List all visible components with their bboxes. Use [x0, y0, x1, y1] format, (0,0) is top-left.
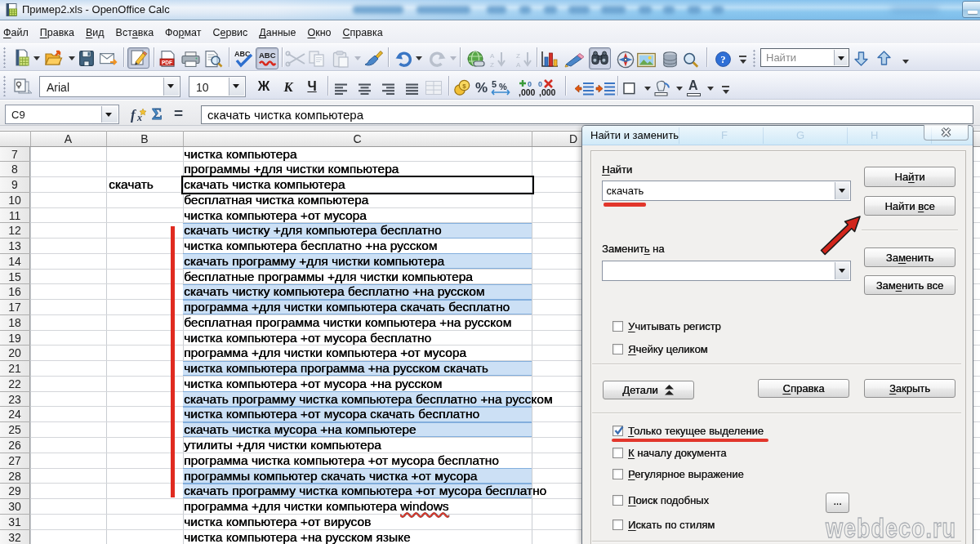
svg-text:Z: Z [516, 52, 520, 60]
svg-text:,000: ,000 [539, 87, 556, 97]
svg-text:5: 5 [492, 79, 497, 89]
svg-text:PDF: PDF [162, 60, 172, 65]
svg-text:$: $ [462, 82, 466, 90]
svg-text:,000: ,000 [519, 87, 536, 97]
svg-text:ABC: ABC [259, 51, 276, 60]
svg-text:A: A [516, 61, 521, 69]
svg-text:f: f [131, 107, 137, 123]
svg-text:?: ? [720, 54, 725, 65]
svg-text:A: A [490, 52, 495, 60]
svg-text:%: % [499, 82, 507, 91]
svg-text:Z: Z [490, 61, 494, 69]
